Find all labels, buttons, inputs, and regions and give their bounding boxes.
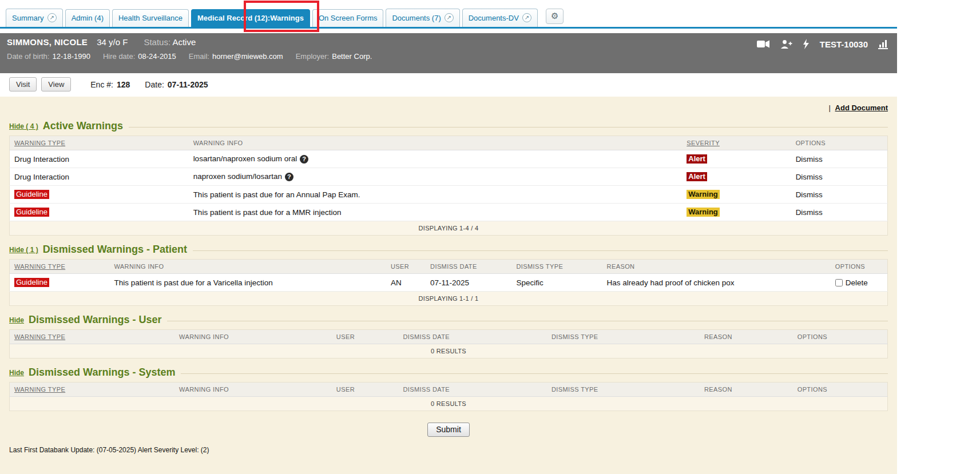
options-header: OPTIONS (835, 263, 865, 270)
warning-info-text: losartan/naproxen sodium oral (193, 154, 297, 163)
patient-age-sex: 34 y/o F (97, 37, 128, 47)
enc-label: Enc #: (90, 80, 113, 89)
severity-cell: Warning (682, 186, 791, 204)
hide-dismissed-system-link[interactable]: Hide (9, 369, 24, 377)
visit-toolbar: Visit View Enc #: 128 Date: 07-11-2025 (0, 73, 897, 97)
tab-admin[interactable]: Admin (4) (65, 9, 110, 27)
empty-results-status: 0 RESULTS (10, 397, 888, 411)
table-header-row: WARNING TYPE WARNING INFO USER DISMISS D… (10, 330, 888, 344)
popout-icon[interactable]: ↗ (522, 13, 531, 22)
warning-info-cell: losartan/naproxen sodium oral? (189, 150, 683, 168)
table-header-row: WARNING TYPE WARNING INFO SEVERITY OPTIO… (10, 136, 888, 150)
warning-row: Drug Interaction naproxen sodium/losarta… (10, 168, 888, 186)
submit-button[interactable]: Submit (427, 423, 470, 437)
gear-icon: ⚙ (551, 11, 558, 21)
active-warnings-title: Active Warnings (43, 120, 123, 132)
tab-documents-label: Documents (7) (392, 14, 441, 22)
video-camera-icon[interactable] (757, 40, 770, 48)
hire-date-value: 08-24-2015 (138, 52, 176, 61)
bar-chart-icon[interactable] (878, 39, 889, 49)
tab-bar: Summary ↗ Admin (4) Health Surveillance … (0, 0, 897, 29)
user-header: USER (336, 386, 355, 393)
options-header: OPTIONS (798, 333, 827, 340)
dismissed-warning-row: Guideline This patient is past due for a… (10, 274, 888, 292)
table-header-row: WARNING TYPE WARNING INFO USER DISMISS D… (10, 260, 888, 274)
dismiss-link[interactable]: Dismiss (796, 173, 823, 181)
dismiss-type-header: DISMISS TYPE (517, 263, 564, 270)
status-value: Active (172, 37, 196, 47)
warnings-page: | Add Document Hide ( 4 ) Active Warning… (0, 97, 897, 474)
dismiss-link[interactable]: Dismiss (796, 190, 823, 199)
email-value: horner@mieweb.com (212, 52, 283, 61)
email-label: Email: (189, 52, 209, 61)
section-divider (193, 250, 888, 251)
popout-icon[interactable]: ↗ (445, 13, 454, 22)
dismiss-date-cell: 07-11-2025 (426, 274, 511, 292)
dismiss-type-header: DISMISS TYPE (552, 333, 598, 340)
sort-warning-type-header[interactable]: WARNING TYPE (14, 263, 65, 270)
dismiss-type-header: DISMISS TYPE (552, 386, 598, 393)
lightning-icon[interactable] (803, 39, 810, 49)
warning-type-cell: Guideline (10, 186, 189, 204)
dob-value: 12-18-1990 (52, 52, 90, 61)
popout-icon[interactable]: ↗ (47, 13, 57, 22)
warning-info-header: WARNING INFO (179, 333, 229, 340)
dismissed-patient-header: Hide ( 1 ) Dismissed Warnings - Patient (9, 244, 888, 256)
dismiss-date-header: DISMISS DATE (403, 333, 450, 340)
tab-documents-dv[interactable]: Documents-DV ↗ (462, 9, 538, 27)
databank-update-note: Last First Databank Update: (07-05-2025)… (9, 446, 888, 454)
options-header: OPTIONS (796, 140, 826, 146)
tab-health-surveillance[interactable]: Health Surveillance (112, 9, 189, 27)
help-icon[interactable]: ? (300, 155, 308, 164)
reason-header: REASON (704, 333, 732, 340)
add-user-icon[interactable] (780, 39, 792, 49)
sort-warning-type-header[interactable]: WARNING TYPE (14, 386, 65, 393)
warning-info-header: WARNING INFO (179, 386, 229, 393)
date-label: Date: (145, 80, 164, 89)
view-button[interactable]: View (41, 77, 71, 91)
severity-cell: Alert (682, 168, 791, 186)
delete-checkbox[interactable] (835, 279, 843, 286)
status-label: Status: (144, 37, 170, 47)
tab-on-screen-forms[interactable]: On Screen Forms (312, 9, 384, 27)
dismiss-date-header: DISMISS DATE (430, 263, 477, 270)
paging-status: DISPLAYING 1-4 / 4 (10, 221, 888, 236)
sort-warning-type-header[interactable]: WARNING TYPE (14, 140, 65, 146)
warning-severity-badge: Warning (687, 190, 720, 199)
dismissed-patient-title: Dismissed Warnings - Patient (43, 244, 187, 256)
dismissed-user-header: Hide Dismissed Warnings - User (9, 314, 888, 326)
sort-warning-type-header[interactable]: WARNING TYPE (14, 333, 65, 340)
help-icon[interactable]: ? (285, 173, 293, 181)
hide-active-warnings-link[interactable]: Hide ( 4 ) (9, 122, 38, 130)
date-value: 07-11-2025 (168, 80, 208, 89)
user-header: USER (336, 333, 355, 340)
reason-header: REASON (607, 263, 635, 270)
hide-dismissed-patient-link[interactable]: Hide ( 1 ) (9, 246, 38, 254)
tab-documents[interactable]: Documents (7) ↗ (386, 9, 459, 27)
add-document-link[interactable]: Add Document (835, 103, 888, 112)
hide-dismissed-user-link[interactable]: Hide (9, 316, 24, 324)
dismiss-link[interactable]: Dismiss (796, 208, 823, 217)
dismissed-user-table: WARNING TYPE WARNING INFO USER DISMISS D… (9, 329, 888, 359)
sort-severity-header[interactable]: SEVERITY (687, 140, 720, 146)
settings-button[interactable]: ⚙ (546, 9, 564, 24)
dismiss-link[interactable]: Dismiss (796, 155, 823, 164)
user-cell: AN (386, 274, 426, 292)
patient-name: SIMMONS, NICOLE (7, 37, 88, 47)
warning-type-cell: Guideline (10, 204, 189, 221)
patient-banner: SIMMONS, NICOLE 34 y/o F Status: Active … (0, 33, 897, 73)
options-cell: Dismiss (791, 186, 888, 204)
patient-demographics: Date of birth: 12-18-1990 Hire date: 08-… (7, 52, 890, 61)
submit-row: Submit (9, 423, 888, 437)
tab-summary[interactable]: Summary ↗ (6, 9, 63, 27)
active-warnings-header: Hide ( 4 ) Active Warnings (9, 120, 888, 132)
visit-button[interactable]: Visit (9, 77, 37, 91)
empty-results-status: 0 RESULTS (10, 344, 888, 359)
alert-severity-badge: Alert (687, 154, 707, 164)
tab-medical-record-warnings-label: Medical Record (12):Warnings (197, 14, 304, 22)
warning-info-cell: This patient is past due for an Annual P… (189, 186, 683, 204)
delete-label: Delete (846, 278, 868, 287)
section-divider (181, 373, 888, 374)
tab-medical-record-warnings[interactable]: Medical Record (12):Warnings (191, 9, 310, 27)
dismissed-system-header: Hide Dismissed Warnings - System (9, 367, 888, 379)
